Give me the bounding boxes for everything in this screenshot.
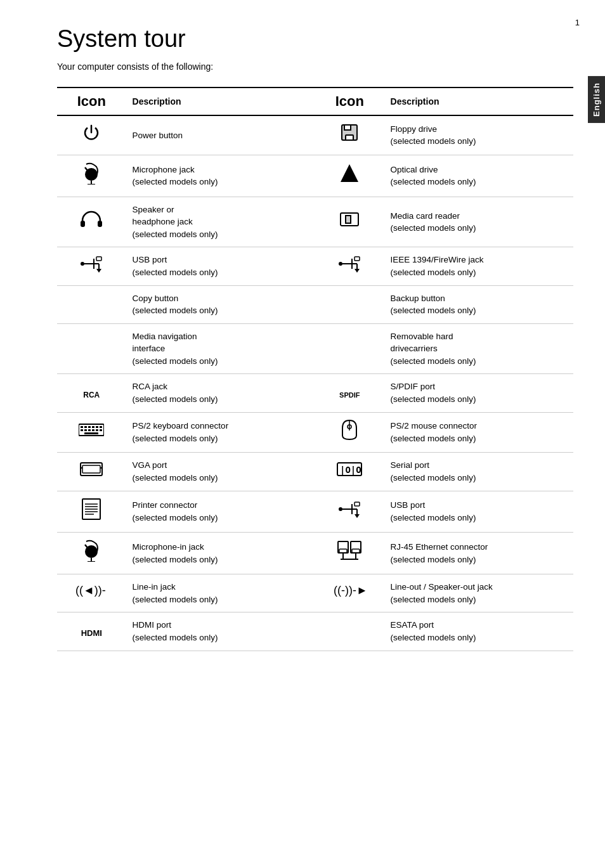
icon-cell-right [315, 197, 384, 247]
svg-point-19 [339, 262, 342, 266]
icon-cell-left [57, 453, 126, 491]
svg-text:|O|O|: |O|O| [340, 465, 362, 476]
table-header-row: Icon Description Icon Description [57, 87, 573, 115]
icon-cell-left: RCA [57, 374, 126, 412]
icon-cell-left [57, 247, 126, 285]
page-subtitle: Your computer consists of the following: [57, 62, 573, 72]
desc-cell-right: ESATA port(selected models only) [384, 612, 573, 651]
desc-cell-left: PS/2 keyboard connector(selected models … [126, 412, 315, 453]
desc-cell-right: Floppy drive(selected models only) [384, 115, 573, 155]
icon-cell-left [57, 533, 126, 574]
svg-rect-37 [96, 429, 98, 431]
desc-cell-right: Optical drive(selected models only) [384, 155, 573, 197]
col-header-desc1: Description [126, 87, 315, 115]
svg-rect-1 [344, 125, 351, 130]
icon-cell-right [315, 612, 384, 651]
svg-marker-7 [341, 164, 358, 182]
desc-cell-left: Microphone-in jack(selected models only) [126, 533, 315, 574]
table-row: USB port(selected models only) IEEE 1394… [57, 247, 573, 285]
desc-cell-left: Printer connector(selected models only) [126, 491, 315, 533]
desc-cell-left: Line-in jack(selected models only) [126, 574, 315, 612]
icon-cell-right: |O|O| [315, 453, 384, 491]
col-header-desc2: Description [384, 87, 573, 115]
icon-cell-right [315, 155, 384, 197]
svg-rect-28 [84, 426, 87, 428]
icon-cell-right [315, 533, 384, 574]
desc-cell-left: Copy button(selected models only) [126, 285, 315, 323]
icon-cell-right: SPDIF [315, 374, 384, 412]
svg-rect-11 [346, 216, 351, 223]
svg-rect-2 [346, 135, 353, 140]
table-row: Printer connector(selected models only) … [57, 491, 573, 533]
table-row: PS/2 keyboard connector(selected models … [57, 412, 573, 453]
svg-rect-8 [81, 221, 85, 227]
desc-cell-left: HDMI port(selected models only) [126, 612, 315, 651]
table-row: Microphone jack(selected models only) Op… [57, 155, 573, 197]
svg-point-54 [339, 507, 342, 511]
desc-cell-right: RJ-45 Ethernet connector(selected models… [384, 533, 573, 574]
desc-cell-right: USB port(selected models only) [384, 491, 573, 533]
desc-cell-left: USB port(selected models only) [126, 247, 315, 285]
svg-rect-31 [96, 426, 98, 428]
desc-cell-left: RCA jack(selected models only) [126, 374, 315, 412]
table-row: HDMI HDMI port(selected models only) ESA… [57, 612, 573, 651]
desc-cell-right: Serial port(selected models only) [384, 453, 573, 491]
table-row: Speaker orheadphone jack(selected models… [57, 197, 573, 247]
table-row: VGA port(selected models only) |O|O| Ser… [57, 453, 573, 491]
desc-cell-right: Media card reader(selected models only) [384, 197, 573, 247]
icon-cell-left [57, 115, 126, 155]
table-row: Media navigationinterface(selected model… [57, 323, 573, 374]
icon-cell-right [315, 285, 384, 323]
table-row: ((◄))- Line-in jack(selected models only… [57, 574, 573, 612]
svg-rect-32 [100, 426, 102, 428]
svg-rect-16 [96, 257, 101, 261]
svg-rect-38 [100, 429, 102, 431]
svg-marker-24 [355, 269, 360, 273]
desc-cell-left: Speaker orheadphone jack(selected models… [126, 197, 315, 247]
svg-rect-58 [355, 502, 360, 506]
svg-rect-27 [81, 426, 83, 428]
desc-cell-left: Power button [126, 115, 315, 155]
desc-cell-left: Media navigationinterface(selected model… [126, 323, 315, 374]
svg-text:((-))-►: ((-))-► [334, 584, 365, 597]
desc-cell-right: Line-out / Speaker-out jack(selected mod… [384, 574, 573, 612]
svg-rect-36 [92, 429, 94, 431]
icon-cell-left: ((◄))- [57, 574, 126, 612]
icon-cell-left [57, 412, 126, 453]
language-tab: English [588, 76, 605, 123]
svg-rect-39 [84, 432, 98, 434]
svg-text:((◄))-: ((◄))- [75, 584, 106, 597]
main-content: System tour Your computer consists of th… [0, 0, 605, 677]
desc-cell-right: S/PDIF port(selected models only) [384, 374, 573, 412]
desc-cell-left: Microphone jack(selected models only) [126, 155, 315, 197]
icon-cell-left [57, 323, 126, 374]
icon-cell-right: ((-))-► [315, 574, 384, 612]
icon-cell-left [57, 491, 126, 533]
page-title: System tour [57, 25, 573, 53]
table-row: Power button Floppy drive(selected model… [57, 115, 573, 155]
icon-table: Icon Description Icon Description Power … [57, 87, 573, 651]
svg-rect-23 [355, 257, 360, 261]
svg-rect-9 [98, 221, 102, 227]
desc-cell-right: IEEE 1394/FireWire jack(selected models … [384, 247, 573, 285]
svg-rect-42 [81, 463, 102, 476]
svg-rect-43 [82, 465, 100, 473]
icon-cell-left [57, 197, 126, 247]
desc-cell-right: PS/2 mouse connector(selected models onl… [384, 412, 573, 453]
icon-cell-right [315, 491, 384, 533]
svg-rect-35 [88, 429, 91, 431]
col-header-icon2: Icon [315, 87, 384, 115]
desc-cell-left: VGA port(selected models only) [126, 453, 315, 491]
col-header-icon1: Icon [57, 87, 126, 115]
icon-cell-right [315, 323, 384, 374]
svg-point-12 [81, 262, 84, 266]
table-row: Copy button(selected models only) Backup… [57, 285, 573, 323]
icon-cell-left: HDMI [57, 612, 126, 651]
icon-cell-left [57, 155, 126, 197]
desc-cell-right: Backup button(selected models only) [384, 285, 573, 323]
svg-marker-59 [355, 514, 360, 518]
desc-cell-right: Removable harddrivecarriers(selected mod… [384, 323, 573, 374]
svg-rect-29 [88, 426, 91, 428]
table-row: Microphone-in jack(selected models only)… [57, 533, 573, 574]
icon-cell-right [315, 115, 384, 155]
